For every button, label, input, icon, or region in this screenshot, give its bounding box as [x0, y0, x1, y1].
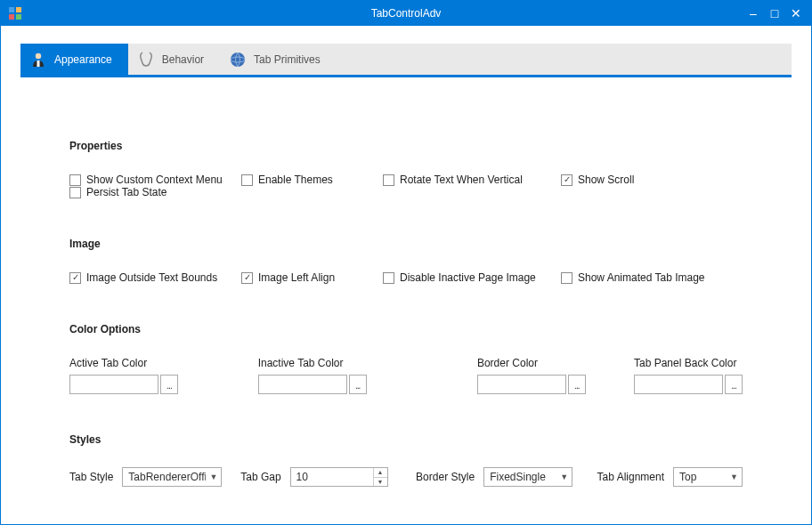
checkbox-icon — [561, 272, 572, 284]
tab-alignment-item: Tab Alignment Top ▼ — [597, 467, 743, 487]
border-style-item: Border Style FixedSingle ▼ — [416, 467, 597, 487]
tab-alignment-dropdown[interactable]: Top ▼ — [673, 467, 743, 487]
chk-show-custom-context-menu[interactable]: Show Custom Context Menu — [69, 174, 241, 186]
close-button[interactable]: ✕ — [790, 7, 802, 20]
tab-behavior[interactable]: Behavior — [128, 44, 220, 75]
svg-rect-0 — [9, 7, 14, 12]
checkbox-label: Image Left Align — [258, 271, 335, 284]
color-picker-button[interactable]: ... — [160, 375, 178, 394]
color-label: Active Tab Color — [69, 357, 258, 369]
chk-image-outside-text-bounds[interactable]: Image Outside Text Bounds — [69, 271, 241, 284]
properties-heading: Properties — [69, 140, 743, 152]
tab-label: Behavior — [162, 53, 204, 66]
style-label: Border Style — [416, 471, 475, 483]
color-swatch — [634, 375, 723, 394]
checkbox-icon — [69, 272, 81, 284]
style-label: Tab Alignment — [597, 471, 664, 483]
color-label: Tab Panel Back Color — [634, 357, 743, 369]
dropdown-value: TabRendererOffice2 — [128, 471, 206, 483]
svg-point-6 — [231, 52, 245, 67]
chk-disable-inactive-page-image[interactable]: Disable Inactive Page Image — [383, 271, 561, 284]
tabstrip: Appearance Behavior Tab Primitives — [20, 44, 792, 77]
checkbox-icon — [383, 272, 394, 284]
color-picker[interactable]: ... — [634, 375, 743, 394]
chevron-down-icon: ▼ — [560, 472, 568, 481]
app-icon — [8, 6, 22, 20]
image-heading: Image — [69, 238, 743, 250]
checkbox-label: Show Custom Context Menu — [86, 174, 223, 186]
style-label: Tab Gap — [240, 471, 280, 483]
image-row: Image Outside Text Bounds Image Left Ali… — [69, 271, 743, 284]
spin-up-icon[interactable]: ▲ — [374, 468, 387, 478]
maximize-button[interactable]: □ — [768, 7, 781, 20]
dropdown-value: Top — [679, 471, 727, 483]
titlebar: TabControlAdv – □ ✕ — [1, 1, 811, 26]
tab-appearance[interactable]: Appearance — [20, 44, 128, 75]
appearance-icon — [29, 51, 47, 69]
color-options-heading: Color Options — [69, 323, 743, 335]
tab-primitives[interactable]: Tab Primitives — [220, 44, 337, 75]
checkbox-icon — [69, 187, 81, 198]
checkbox-label: Disable Inactive Page Image — [400, 271, 536, 284]
numeric-spinners: ▲ ▼ — [373, 468, 387, 486]
color-label: Inactive Tab Color — [258, 357, 477, 369]
chk-show-animated-tab-image[interactable]: Show Animated Tab Image — [561, 271, 705, 284]
border-color: Border Color ... — [477, 357, 634, 394]
chk-show-scroll[interactable]: Show Scroll — [561, 174, 675, 186]
svg-rect-5 — [37, 61, 40, 67]
checkbox-label: Show Animated Tab Image — [578, 271, 705, 284]
primitives-icon — [229, 51, 247, 69]
style-label: Tab Style — [69, 471, 113, 483]
color-swatch — [477, 375, 566, 394]
spin-down-icon[interactable]: ▼ — [374, 478, 387, 487]
color-swatch — [258, 375, 347, 394]
tab-style-item: Tab Style TabRendererOffice2 ▼ — [69, 467, 240, 487]
tab-style-dropdown[interactable]: TabRendererOffice2 ▼ — [122, 467, 222, 487]
color-picker[interactable]: ... — [258, 375, 477, 394]
color-picker[interactable]: ... — [69, 375, 258, 394]
window-controls: – □ ✕ — [747, 7, 811, 20]
chk-image-left-align[interactable]: Image Left Align — [241, 271, 383, 284]
color-picker-button[interactable]: ... — [725, 375, 743, 394]
numeric-value: 10 — [291, 468, 373, 486]
content-area: Appearance Behavior Tab Primitives Prope… — [1, 26, 811, 524]
active-tab-color: Active Tab Color ... — [69, 357, 258, 394]
chevron-down-icon: ▼ — [730, 472, 738, 481]
chk-persist-tab-state[interactable]: Persist Tab State — [69, 186, 167, 198]
tab-gap-numeric[interactable]: 10 ▲ ▼ — [290, 467, 388, 487]
svg-rect-1 — [16, 7, 21, 12]
minimize-button[interactable]: – — [747, 7, 759, 20]
color-picker[interactable]: ... — [477, 375, 634, 394]
chevron-down-icon: ▼ — [209, 472, 217, 481]
svg-rect-3 — [16, 14, 21, 20]
checkbox-label: Rotate Text When Vertical — [400, 174, 523, 186]
color-picker-button[interactable]: ... — [349, 375, 367, 394]
color-picker-button[interactable]: ... — [568, 375, 586, 394]
svg-rect-2 — [9, 14, 14, 20]
checkbox-icon — [383, 174, 394, 186]
inactive-tab-color: Inactive Tab Color ... — [258, 357, 477, 394]
window: TabControlAdv – □ ✕ Appearance Behavior — [0, 0, 812, 525]
checkbox-icon — [69, 174, 81, 186]
chk-enable-themes[interactable]: Enable Themes — [241, 174, 383, 186]
properties-row: Show Custom Context Menu Enable Themes R… — [69, 174, 743, 198]
checkbox-label: Image Outside Text Bounds — [86, 271, 217, 284]
checkbox-icon — [241, 272, 253, 284]
color-row: Active Tab Color ... Inactive Tab Color … — [69, 357, 743, 394]
checkbox-icon — [561, 174, 572, 186]
behavior-icon — [137, 51, 155, 69]
checkbox-label: Persist Tab State — [86, 186, 167, 198]
svg-point-4 — [36, 52, 41, 58]
styles-heading: Styles — [69, 433, 743, 446]
tab-gap-item: Tab Gap 10 ▲ ▼ — [240, 467, 416, 487]
border-style-dropdown[interactable]: FixedSingle ▼ — [483, 467, 572, 487]
chk-rotate-text-when-vertical[interactable]: Rotate Text When Vertical — [383, 174, 561, 186]
tab-label: Appearance — [54, 53, 112, 66]
checkbox-label: Enable Themes — [258, 174, 333, 186]
color-label: Border Color — [477, 357, 634, 369]
form-body: Properties Show Custom Context Menu Enab… — [20, 77, 792, 505]
tab-panel-back-color: Tab Panel Back Color ... — [634, 357, 743, 394]
color-swatch — [69, 375, 158, 394]
tab-label: Tab Primitives — [254, 53, 321, 66]
checkbox-label: Show Scroll — [578, 174, 634, 186]
